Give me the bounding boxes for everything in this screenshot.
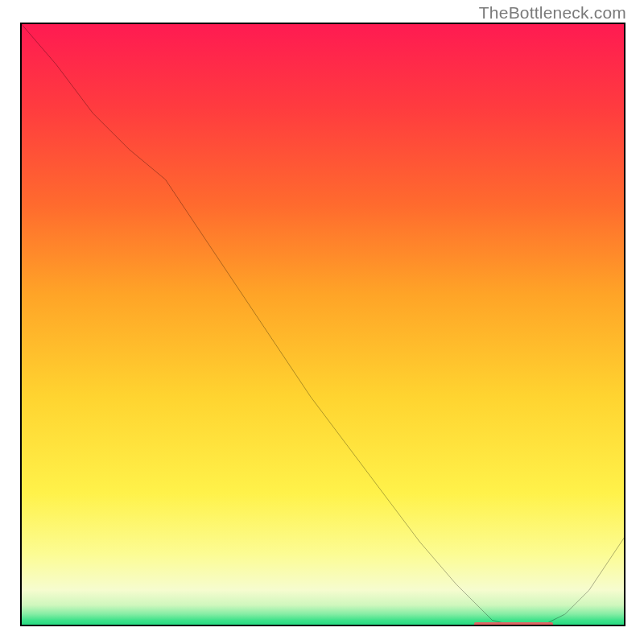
background-gradient [20,23,625,626]
ideal-range-marker [474,622,553,626]
plot-area [20,23,625,626]
watermark-text: TheBottleneck.com [479,3,626,23]
chart-container: TheBottleneck.com [0,0,644,644]
